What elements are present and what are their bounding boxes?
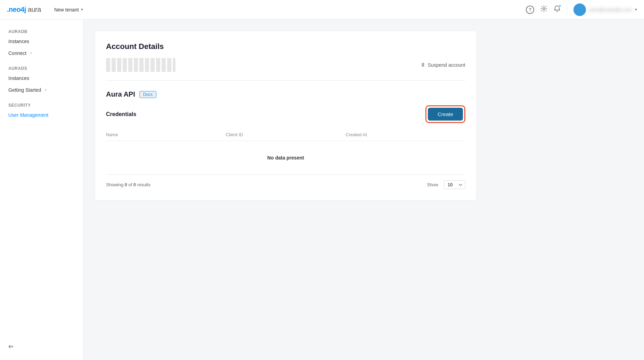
no-data-message: No data present xyxy=(106,141,465,175)
security-section-label: Security xyxy=(0,100,83,109)
help-icon: ? xyxy=(526,6,534,14)
table-footer: Showing 0 of 0 results Show 10 25 50 100 xyxy=(106,175,465,189)
col-client-id: Client ID xyxy=(226,132,346,137)
showing-total: 0 xyxy=(133,182,136,187)
chevron-down-icon: ▾ xyxy=(81,7,83,12)
credentials-header: Credentials Create xyxy=(106,105,465,123)
sidebar-item-aurads-instances[interactable]: Instances xyxy=(0,72,83,84)
api-title: Aura API xyxy=(106,90,135,98)
main-content: Account Details ⏸ Suspend account Aura A… xyxy=(83,19,644,360)
sidebar-item-label: Instances xyxy=(8,39,29,44)
tenant-name: New tenant xyxy=(54,7,79,13)
sidebar-item-user-management[interactable]: User Management xyxy=(0,109,83,121)
content-card: Account Details ⏸ Suspend account Aura A… xyxy=(95,31,477,201)
sidebar-item-label: Instances xyxy=(8,75,29,81)
nav-divider xyxy=(567,4,567,15)
sidebar-item-auradb-connect[interactable]: Connect ↗ xyxy=(0,47,83,59)
page-title: Account Details xyxy=(106,42,465,51)
notification-badge xyxy=(559,5,561,7)
credentials-title: Credentials xyxy=(106,111,136,117)
showing-count: 0 xyxy=(125,182,127,187)
nav-icons: ? xyxy=(526,5,561,14)
showing-text: Showing 0 of 0 results xyxy=(106,182,150,187)
account-name-blurred xyxy=(106,58,176,72)
pagination-controls: Show 10 25 50 100 xyxy=(427,180,465,189)
sidebar-item-label: Connect xyxy=(8,50,26,56)
table-header: Name Client ID Created At xyxy=(106,129,465,141)
pause-icon: ⏸ xyxy=(420,62,426,68)
user-menu-button[interactable]: user@example.com ▾ xyxy=(573,3,637,16)
layout: AuraDB Instances Connect ↗ AuraDS Instan… xyxy=(0,19,644,360)
show-label: Show xyxy=(427,182,438,187)
help-button[interactable]: ? xyxy=(526,6,534,14)
external-link-icon: ↗ xyxy=(29,51,32,56)
col-created-at: Created At xyxy=(345,132,465,137)
sidebar-item-label: User Management xyxy=(8,112,48,118)
sidebar-item-label: Getting Started xyxy=(8,87,41,93)
user-name: user@example.com xyxy=(589,7,632,13)
external-link-icon: ↗ xyxy=(44,88,47,92)
collapse-sidebar-button[interactable]: ⇐ xyxy=(8,343,14,350)
topnav: .neo4j aura New tenant ▾ ? xyxy=(0,0,644,19)
logo[interactable]: .neo4j aura xyxy=(7,6,41,14)
account-row: ⏸ Suspend account xyxy=(106,58,465,81)
user-menu-chevron-icon: ▾ xyxy=(635,7,637,12)
avatar xyxy=(573,3,586,16)
sidebar-item-aurads-getting-started[interactable]: Getting Started ↗ xyxy=(0,84,83,96)
aurads-section-label: AuraDS xyxy=(0,63,83,72)
create-button-highlight: Create xyxy=(425,105,465,123)
suspend-label: Suspend account xyxy=(428,62,465,68)
create-credential-button[interactable]: Create xyxy=(428,108,463,121)
docs-button[interactable]: Docs xyxy=(139,91,156,98)
notifications-button[interactable] xyxy=(554,5,561,14)
sidebar-footer: ⇐ xyxy=(0,338,83,354)
api-header: Aura API Docs xyxy=(106,90,465,98)
page-size-select[interactable]: 10 25 50 100 xyxy=(444,180,465,189)
logo-text: .neo4j aura xyxy=(7,6,41,14)
collapse-icon: ⇐ xyxy=(8,343,14,350)
settings-button[interactable] xyxy=(540,5,547,14)
auradb-section-label: AuraDB xyxy=(0,26,83,35)
gear-icon xyxy=(540,5,547,14)
suspend-account-button[interactable]: ⏸ Suspend account xyxy=(420,62,465,68)
sidebar: AuraDB Instances Connect ↗ AuraDS Instan… xyxy=(0,19,83,360)
col-name: Name xyxy=(106,132,226,137)
sidebar-item-auradb-instances[interactable]: Instances xyxy=(0,35,83,47)
tenant-selector[interactable]: New tenant ▾ xyxy=(51,5,87,15)
